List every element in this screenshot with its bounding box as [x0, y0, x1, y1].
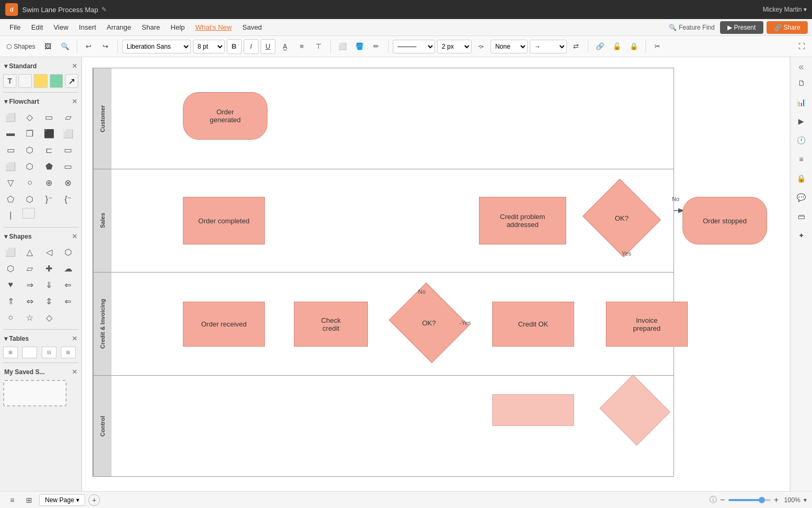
fc-sh2[interactable]: ⊏	[42, 142, 57, 157]
undo-btn[interactable]: ↩	[81, 39, 96, 54]
sh-heart[interactable]: ♥	[3, 277, 18, 292]
fullscreen-btn[interactable]: ⛶	[794, 39, 809, 54]
sh-rtri[interactable]: ◁	[42, 244, 57, 259]
fc-rect[interactable]: ⬜	[3, 110, 18, 124]
shape-order-generated[interactable]: Ordergenerated	[183, 92, 267, 140]
fc-sh1[interactable]: ⬡	[22, 142, 37, 157]
line-color-btn[interactable]: ✏	[369, 39, 384, 54]
sh-rect[interactable]: ⬜	[3, 244, 18, 259]
rs-history-btn[interactable]: 🕐	[793, 132, 809, 148]
sidebar-collapse-btn[interactable]: «	[793, 61, 809, 72]
edit-title-icon[interactable]: ✎	[102, 6, 107, 13]
shape-ok-diamond2[interactable]: OK?	[399, 296, 459, 349]
fc-plus[interactable]: ⊕	[42, 175, 57, 190]
menu-arrange[interactable]: Arrange	[102, 21, 136, 33]
tables-close[interactable]: ✕	[72, 335, 77, 342]
sh-circle[interactable]: ○	[3, 310, 18, 325]
new-page-button[interactable]: New Page ▾	[39, 494, 85, 506]
rs-page-btn[interactable]: 🗋	[793, 75, 809, 91]
menu-share[interactable]: Share	[136, 21, 165, 33]
fc-line2[interactable]: {⁻	[61, 192, 76, 206]
green-shape[interactable]	[50, 74, 63, 88]
fc-circle[interactable]: ○	[22, 175, 37, 190]
sh-par[interactable]: ▱	[22, 261, 37, 276]
menu-view[interactable]: View	[48, 21, 73, 33]
shape-credit-ok[interactable]: Credit OK	[492, 302, 574, 347]
fc-xmark[interactable]: ⊗	[61, 175, 76, 190]
fc-sh6[interactable]: ⬟	[42, 159, 57, 174]
delete-btn[interactable]: ✂	[650, 39, 665, 54]
menu-saved[interactable]: Saved	[237, 21, 267, 33]
rs-comment-btn[interactable]: 💬	[793, 189, 809, 205]
shape-invoice-prepared[interactable]: Invoiceprepared	[606, 302, 688, 347]
menu-whats-new[interactable]: What's New	[190, 21, 237, 33]
fc-sh9[interactable]: ⬡	[22, 192, 37, 206]
fc-sq[interactable]: ⬜	[61, 126, 76, 141]
shape-ok-diamond1[interactable]: OK?	[593, 192, 651, 244]
rs-layers-btn[interactable]: ≡	[793, 151, 809, 167]
tbl-3[interactable]: ⊟	[42, 347, 57, 358]
tbl-4[interactable]: ⊞	[61, 347, 76, 358]
sh-uarr2[interactable]: ⇑	[3, 294, 18, 309]
fc-line1[interactable]: }⁻	[42, 192, 57, 206]
shapes-toggle[interactable]: ⬡ Shapes	[3, 39, 39, 54]
saved-panel-header[interactable]: My Saved S... ✕	[3, 366, 78, 378]
zoom-slider[interactable]	[728, 499, 771, 501]
sh-darr[interactable]: ⇓	[42, 277, 57, 292]
share-button[interactable]: 🔗 Share	[767, 21, 808, 34]
menu-file[interactable]: File	[4, 21, 26, 33]
tbl-1[interactable]: ⊞	[3, 347, 18, 358]
sh-oct[interactable]: ⬡	[3, 261, 18, 276]
shape-control-diamond[interactable]	[608, 386, 661, 434]
connection-style[interactable]: None Arrow	[491, 40, 528, 53]
shapes-panel-header[interactable]: ▾ Shapes ✕	[3, 231, 78, 242]
menu-edit[interactable]: Edit	[26, 21, 48, 33]
font-size-selector[interactable]: 8 pt 10 pt 12 pt	[193, 40, 225, 53]
sh-larr2[interactable]: ⇐	[61, 294, 76, 309]
tbl-2[interactable]	[22, 347, 37, 358]
sh-tri[interactable]: △	[22, 244, 37, 259]
sh-cloud[interactable]: ☁	[61, 261, 76, 276]
shape-credit-problem[interactable]: Credit problemaddressed	[479, 197, 566, 244]
add-page-btn[interactable]: +	[88, 494, 100, 506]
flowchart-close[interactable]: ✕	[72, 98, 77, 105]
fc-shadow[interactable]: ❒	[22, 126, 37, 141]
list-view-btn[interactable]: ≡	[5, 493, 19, 507]
text-shape[interactable]: T	[3, 74, 16, 88]
lock-btn[interactable]: 🔓	[610, 39, 624, 54]
fc-rounded[interactable]: ▭	[42, 110, 57, 124]
user-name[interactable]: Mickey Martin ▾	[763, 6, 807, 13]
rs-chart-btn[interactable]: 📊	[793, 94, 809, 110]
rs-format-btn[interactable]: 🔒	[793, 170, 809, 186]
present-button[interactable]: ▶ Present	[720, 21, 763, 34]
sh-varr[interactable]: ⇕	[42, 294, 57, 309]
shape-order-completed[interactable]: Order completed	[183, 197, 265, 244]
menu-help[interactable]: Help	[165, 21, 190, 33]
link-btn[interactable]: 🔗	[593, 39, 607, 54]
sh-diamond[interactable]: ◇	[42, 310, 57, 325]
align-left-btn[interactable]: ≡	[294, 39, 309, 54]
fc-sh8[interactable]: ⬠	[3, 192, 18, 206]
bold-btn[interactable]: B	[227, 39, 242, 54]
saved-close[interactable]: ✕	[72, 368, 77, 376]
rs-extra-btn[interactable]: ✦	[793, 228, 809, 243]
rs-play-btn[interactable]: ▶	[793, 113, 809, 129]
sh-star[interactable]: ☆	[22, 310, 37, 325]
line-width-selector[interactable]: 2 px 1 px 3 px	[437, 40, 472, 53]
align-text-btn[interactable]: ⊤	[311, 39, 326, 54]
connection-toggle[interactable]: ⇄	[569, 39, 584, 54]
redo-btn[interactable]: ↪	[98, 39, 113, 54]
italic-btn[interactable]: I	[244, 39, 259, 54]
zoom-out-btn[interactable]: −	[720, 495, 725, 505]
saved-item[interactable]	[3, 380, 67, 406]
fc-db[interactable]: ⬛	[42, 126, 57, 141]
sh-larr[interactable]: ⇐	[61, 277, 76, 292]
image-insert[interactable]: 🖼	[41, 39, 56, 54]
canvas-area[interactable]: -Yes No No Yes	[82, 57, 790, 491]
tables-panel-header[interactable]: ▾ Tables ✕	[3, 333, 78, 344]
sh-plus[interactable]: ✚	[42, 261, 57, 276]
flowchart-panel-header[interactable]: ▾ Flowchart ✕	[3, 96, 78, 107]
fc-diamond[interactable]: ◇	[22, 110, 37, 124]
sh-rarr[interactable]: ⇒	[22, 277, 37, 292]
rs-db-btn[interactable]: 🗃	[793, 208, 809, 224]
